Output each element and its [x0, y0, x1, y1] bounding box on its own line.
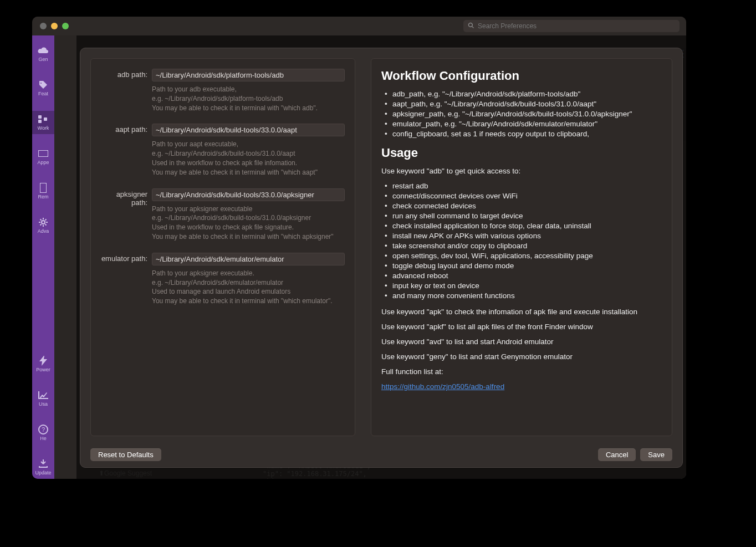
apksigner-path-input[interactable]	[152, 188, 345, 201]
svg-rect-0	[38, 115, 42, 119]
preferences-window: Gen Feat Work Appe Rem Adva	[32, 17, 686, 479]
cancel-button[interactable]: Cancel	[598, 448, 636, 461]
help-icon: ?	[37, 425, 49, 434]
sidebar-item-advanced[interactable]: Adva	[32, 214, 54, 237]
config-item: config_clipboard, set as 1 if needs copy…	[387, 130, 662, 138]
traffic-lights	[40, 23, 69, 29]
sidebar-item-general[interactable]: Gen	[32, 42, 54, 65]
cloud-icon	[37, 45, 49, 55]
svg-rect-4	[40, 183, 47, 193]
config-form-panel: adb path: Path to your adb executable, e…	[90, 58, 355, 436]
apksigner-path-help: Path to your apksigner executable e.g. ~…	[152, 205, 345, 242]
close-button[interactable]	[40, 23, 47, 29]
usage-apk: Use keyword "apk" to check the infomatio…	[381, 308, 662, 316]
sidebar-item-workflows[interactable]: Work	[32, 111, 54, 134]
usage-apkf: Use keyword "apkf" to list all apk files…	[381, 323, 662, 331]
modal-overlay: adb path: Path to your adb executable, e…	[76, 35, 686, 479]
usage-item: take screenshot and/or copy to clipboard	[387, 242, 662, 250]
svg-point-5	[42, 221, 45, 224]
save-button[interactable]: Save	[640, 448, 672, 461]
sidebar-item-remote[interactable]: Rem	[32, 180, 54, 203]
download-icon	[37, 459, 49, 469]
sidebar: Gen Feat Work Appe Rem Adva	[32, 35, 54, 479]
usage-geny: Use keyword "geny" to list and start Gen…	[381, 352, 662, 361]
workflow-icon	[37, 114, 49, 124]
usage-item: and many more convenient functions	[387, 292, 662, 300]
aapt-path-input[interactable]	[152, 124, 345, 136]
sidebar-item-powerpack[interactable]: Power	[32, 352, 54, 376]
usage-item: input key or text on device	[387, 282, 662, 290]
adb-path-input[interactable]	[152, 69, 345, 81]
sidebar-item-update[interactable]: Update	[32, 456, 54, 479]
github-link[interactable]: https://github.com/zjn0505/adb-alfred	[381, 382, 504, 391]
config-item: adb_path, e.g. "~/Library/Android/sdk/pl…	[387, 90, 662, 98]
modal-footer: Reset to Defaults Cancel Save	[80, 442, 682, 467]
search-icon	[468, 22, 474, 30]
reset-button[interactable]: Reset to Defaults	[90, 448, 161, 461]
search-input[interactable]	[478, 22, 675, 30]
aapt-path-label: aapt path:	[101, 124, 152, 134]
adb-path-label: adb path:	[101, 69, 152, 79]
config-item: apksigner_path, e.g. "~/Library/Android/…	[387, 110, 662, 118]
adb-path-help: Path to your adb executable, e.g. ~/Libr…	[152, 85, 345, 113]
doc-config-heading: Workflow Configuration	[381, 69, 662, 83]
usage-item: toggle debug layout and demo mode	[387, 262, 662, 270]
emulator-path-help: Path to your apksigner executable. e.g. …	[152, 269, 345, 306]
usage-item: open settings, dev tool, WiFi, applicati…	[387, 252, 662, 260]
usage-avd: Use keyword "avd" to list and start Andr…	[381, 338, 662, 346]
search-preferences[interactable]	[463, 20, 680, 32]
workflow-config-modal: adb path: Path to your adb executable, e…	[80, 48, 683, 468]
minimize-button[interactable]	[51, 23, 58, 29]
documentation-panel: Workflow Configuration adb_path, e.g. "~…	[371, 58, 672, 436]
svg-rect-2	[44, 117, 47, 121]
sidebar-item-usage[interactable]: Usa	[32, 387, 54, 410]
usage-item: check installed application to force sto…	[387, 222, 662, 230]
emulator-path-label: emulator path:	[101, 253, 152, 263]
usage-item: connect/disconnect devices over WiFi	[387, 192, 662, 200]
usage-intro: Use keyword "adb" to get quick access to…	[381, 167, 662, 175]
config-item: aapt_path, e.g. "~/Library/Android/sdk/b…	[387, 100, 662, 108]
usage-item: check connected devices	[387, 202, 662, 210]
power-icon	[37, 356, 49, 366]
usage-item: advanced reboot	[387, 272, 662, 280]
svg-rect-1	[38, 120, 42, 123]
sidebar-item-appearance[interactable]: Appe	[32, 145, 54, 168]
content-area: by Andrew Pepperrell ⬆ Google Suggest Al…	[54, 35, 686, 479]
doc-usage-heading: Usage	[381, 146, 662, 160]
apksigner-path-label: apksigner path:	[101, 188, 152, 207]
config-item: emulator_path, e.g. "~/Library/Android/s…	[387, 120, 662, 128]
sidebar-item-help[interactable]: ? He	[32, 421, 54, 444]
usage-item: restart adb	[387, 182, 662, 190]
full-function-label: Full function list at:	[381, 367, 662, 376]
svg-rect-3	[38, 150, 48, 157]
chart-icon	[37, 390, 49, 400]
titlebar	[32, 17, 686, 35]
emulator-path-input[interactable]	[152, 253, 345, 265]
remote-icon	[37, 183, 49, 193]
maximize-button[interactable]	[62, 23, 69, 29]
gear-icon	[37, 217, 49, 227]
usage-item: install new APK or APKs with various opt…	[387, 232, 662, 240]
svg-text:?: ?	[42, 426, 45, 433]
appearance-icon	[37, 149, 49, 159]
sidebar-item-features[interactable]: Feat	[32, 76, 54, 100]
aapt-path-help: Path to your aapt executable, e.g. ~/Lib…	[152, 140, 345, 177]
tag-icon	[37, 80, 49, 90]
usage-item: run any shell command to target device	[387, 212, 662, 220]
